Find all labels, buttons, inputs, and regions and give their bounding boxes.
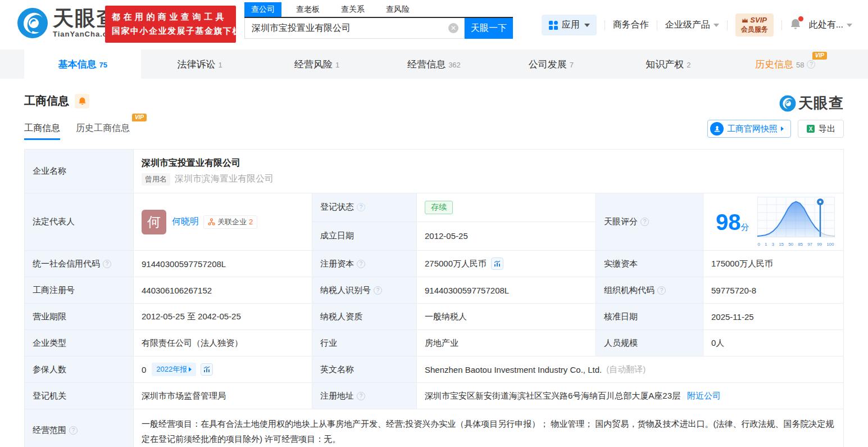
tab-label: 知识产权	[646, 58, 684, 71]
tab-count: 362	[448, 61, 461, 69]
watermark-eye-icon	[779, 95, 796, 112]
annual-report-label: 2022年报	[156, 364, 187, 374]
tab-count: 2	[687, 61, 690, 69]
help-icon[interactable]: ?	[69, 426, 78, 435]
company-type-label: 企业类型	[25, 330, 134, 356]
clear-icon[interactable]: ✕	[448, 23, 458, 33]
svip-sublabel: 会员服务	[741, 25, 768, 34]
watermark-text: 天眼查	[798, 93, 844, 113]
top-nav: 应用 商务合作 企业级产品 SVIP 会员服务	[542, 13, 852, 37]
address-value: 深圳市宝安区新安街道海滨社区宝兴路6号海纳百川总部大厦A座23层	[425, 391, 680, 401]
excel-icon: X	[806, 124, 815, 133]
legal-rep-label: 法定代表人	[25, 193, 134, 251]
tab-intellectual-property[interactable]: 知识产权 2	[610, 49, 726, 79]
score-distribution-chart: 01 315 5085 9799 100	[757, 197, 835, 247]
legal-rep-name-link[interactable]: 何晓明	[172, 216, 199, 228]
paid-capital-value: 175000万人民币	[703, 251, 843, 277]
subtab-row: 工商信息 历史工商信息 VIP 工商官网快照 X	[24, 121, 844, 140]
company-name-label: 企业名称	[25, 150, 134, 193]
search-tab-risk[interactable]: 查风险	[379, 2, 416, 17]
org-chart-icon	[208, 218, 215, 225]
subtab-history-business-info[interactable]: 历史工商信息 VIP	[76, 123, 130, 140]
help-icon[interactable]: ?	[657, 286, 666, 295]
insured-count-value: 0	[142, 365, 146, 374]
business-term-label: 营业期限	[25, 304, 134, 330]
tianyancha-logo[interactable]: 天眼查 TianYanCha.com	[17, 7, 120, 39]
registry-label: 登记机关	[25, 383, 134, 409]
chevron-right-icon	[189, 367, 192, 372]
score-cell[interactable]: 98分	[703, 193, 843, 251]
tianyancha-eye-icon	[17, 7, 48, 39]
business-scope-label: 经营范围?	[25, 409, 134, 447]
search-input[interactable]	[245, 18, 464, 38]
capital-trend-icon[interactable]	[491, 258, 503, 270]
nav-divider	[781, 20, 782, 30]
business-scope-cell: 一般经营项目：在具有合法土地使用权的地块上从事房地产开发、经营;投资兴办实业（具…	[134, 409, 843, 447]
apps-button[interactable]: 应用	[542, 15, 597, 35]
snapshot-stamp-icon	[710, 122, 724, 136]
help-icon[interactable]: ?	[357, 392, 365, 400]
insured-count-cell: 0 2022年报	[134, 356, 312, 383]
annual-report-link[interactable]: 2022年报	[152, 363, 196, 376]
address-label: 注册地址?	[312, 383, 417, 409]
related-companies-button[interactable]: 关联企业 2	[203, 215, 257, 229]
business-info-section: 工商信息 天眼查 工商信息 历史工商信息 VIP	[0, 93, 868, 447]
reg-number-value: 440306106267152	[134, 277, 312, 304]
tab-basic-info[interactable]: 基本信息 75	[24, 49, 141, 79]
help-icon[interactable]: ?	[374, 286, 382, 295]
tab-label: 经营信息	[407, 58, 446, 71]
taxpayer-quality-label: 纳税人资质	[312, 304, 417, 330]
tab-operation-info[interactable]: 经营信息 362	[375, 49, 492, 79]
staff-size-value: 0人	[703, 330, 843, 356]
search-tab-boss[interactable]: 查老板	[289, 2, 326, 17]
credit-code-label: 统一社会信用代码?	[25, 251, 134, 277]
tab-label: 公司发展	[529, 58, 567, 71]
search-button[interactable]: 天眼一下	[465, 18, 513, 39]
score-unit: 分	[741, 222, 749, 232]
tab-count: 1	[335, 61, 339, 69]
nav-enterprise-label: 企业级产品	[665, 19, 710, 31]
business-term-value: 2012-05-25 至 2042-05-25	[134, 304, 312, 330]
tab-company-development[interactable]: 公司发展 7	[493, 49, 610, 79]
tab-label: 基本信息	[58, 58, 96, 71]
svip-label: SVIP	[750, 16, 767, 24]
subtab-business-info[interactable]: 工商信息	[24, 123, 60, 140]
search-tab-relation[interactable]: 查关系	[334, 2, 371, 17]
help-icon[interactable]: ?	[103, 260, 111, 268]
search-tabs: 查公司 查老板 查关系 查风险	[244, 3, 513, 18]
legal-rep-cell: 何 何晓明 关联企业 2	[134, 193, 312, 251]
help-icon[interactable]: ?	[640, 218, 649, 226]
official-snapshot-button[interactable]: 工商官网快照	[707, 120, 791, 138]
nav-enterprise[interactable]: 企业级产品	[665, 19, 719, 31]
org-code-value: 59775720-8	[703, 277, 843, 304]
help-icon[interactable]: ?	[357, 203, 365, 211]
nav-cooperation[interactable]: 商务合作	[613, 19, 649, 31]
notification-dot	[798, 16, 803, 21]
help-icon[interactable]: ?	[807, 60, 815, 69]
notification-bell-icon[interactable]	[790, 18, 801, 33]
monitor-bell-icon[interactable]	[75, 94, 89, 109]
chevron-down-icon	[847, 24, 852, 27]
credit-code-value: 91440300597757208L	[134, 251, 312, 277]
tab-legal-proceedings[interactable]: 法律诉讼 1	[141, 49, 258, 79]
insured-trend-icon[interactable]	[201, 363, 213, 376]
tab-label: 法律诉讼	[178, 58, 216, 71]
english-name-value: Shenzhen Baotou Investment Industry Co.,…	[425, 365, 602, 374]
slogan-line-2: 国家中小企业发展子基金旗下机构	[112, 26, 229, 37]
taxpayer-quality-value: 一般纳税人	[417, 304, 596, 330]
search-tab-company[interactable]: 查公司	[244, 2, 281, 17]
vip-badge: VIP	[812, 52, 827, 60]
export-button[interactable]: X 导出	[798, 120, 844, 138]
svip-member-button[interactable]: SVIP 会员服务	[735, 13, 774, 37]
avatar[interactable]: 何	[142, 210, 166, 234]
staff-size-label: 人员规模	[596, 330, 703, 356]
tab-label: 历史信息	[755, 58, 793, 71]
help-icon[interactable]: ?	[357, 260, 365, 268]
related-count: 2	[249, 218, 253, 226]
user-menu[interactable]: 此处有...	[809, 19, 852, 31]
tab-operation-risk[interactable]: 经营风险 1	[258, 49, 375, 79]
nearby-companies-link[interactable]: 附近公司	[687, 391, 721, 401]
reg-capital-label: 注册资本?	[312, 251, 417, 277]
industry-value: 房地产业	[417, 330, 596, 356]
tab-history-info[interactable]: VIP 历史信息 58 ?	[727, 49, 844, 79]
